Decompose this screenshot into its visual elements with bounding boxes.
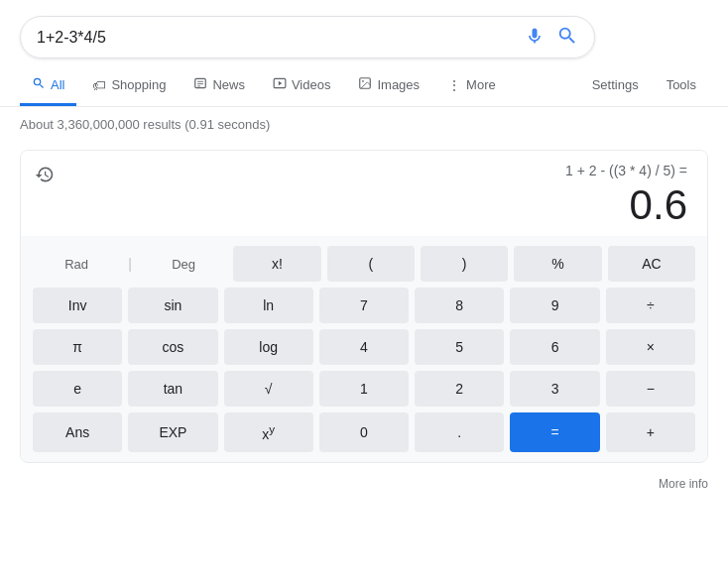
calc-expression: 1 + 2 - ((3 * 4) / 5) = bbox=[37, 163, 691, 178]
btn-8[interactable]: 8 bbox=[415, 288, 504, 323]
btn-ac[interactable]: AC bbox=[608, 246, 695, 282]
btn-power[interactable]: xy bbox=[224, 412, 313, 452]
btn-deg[interactable]: Deg bbox=[140, 246, 227, 282]
nav-tabs: All 🏷 Shopping News Videos Images ⋮ More… bbox=[0, 58, 728, 107]
calc-row-5: Ans EXP xy 0 . = + bbox=[33, 412, 695, 452]
btn-log[interactable]: log bbox=[224, 329, 313, 365]
search-bar-container bbox=[0, 0, 728, 58]
btn-e[interactable]: e bbox=[33, 371, 122, 407]
shopping-icon: 🏷 bbox=[92, 77, 106, 93]
btn-7[interactable]: 7 bbox=[319, 288, 409, 323]
tab-shopping-label: Shopping bbox=[111, 77, 166, 92]
btn-ln[interactable]: ln bbox=[224, 288, 313, 323]
btn-3[interactable]: 3 bbox=[510, 371, 599, 407]
btn-pi[interactable]: π bbox=[33, 329, 122, 365]
videos-icon bbox=[273, 76, 287, 93]
tab-more[interactable]: ⋮ More bbox=[435, 67, 508, 106]
search-icons bbox=[525, 25, 578, 50]
images-icon bbox=[358, 76, 372, 93]
tab-tools-label: Tools bbox=[667, 77, 696, 92]
btn-divide[interactable]: ÷ bbox=[606, 288, 695, 323]
results-count: About 3,360,000,000 results (0.91 second… bbox=[0, 107, 728, 142]
mic-icon[interactable] bbox=[525, 26, 545, 49]
calc-buttons: Rad | Deg x! ( ) % AC Inv sin ln 7 8 9 ÷… bbox=[21, 236, 707, 462]
calc-result: 0.6 bbox=[37, 182, 691, 228]
tab-all-label: All bbox=[51, 77, 64, 92]
tab-all[interactable]: All bbox=[20, 66, 76, 106]
btn-equals[interactable]: = bbox=[510, 412, 599, 452]
calc-row-3: π cos log 4 5 6 × bbox=[33, 329, 695, 365]
btn-1[interactable]: 1 bbox=[319, 371, 409, 407]
btn-subtract[interactable]: − bbox=[606, 371, 695, 407]
btn-factorial[interactable]: x! bbox=[233, 246, 320, 282]
search-icon[interactable] bbox=[556, 25, 578, 50]
tab-videos-label: Videos bbox=[292, 77, 331, 92]
btn-2[interactable]: 2 bbox=[415, 371, 504, 407]
tab-news-label: News bbox=[212, 77, 245, 92]
tab-news[interactable]: News bbox=[182, 66, 257, 106]
more-info: More info bbox=[0, 471, 728, 499]
tab-videos[interactable]: Videos bbox=[261, 66, 343, 106]
tab-settings-label: Settings bbox=[592, 77, 639, 92]
calculator-card: 1 + 2 - ((3 * 4) / 5) = 0.6 Rad | Deg x!… bbox=[20, 150, 708, 463]
btn-0[interactable]: 0 bbox=[319, 412, 409, 452]
btn-multiply[interactable]: × bbox=[606, 329, 695, 365]
btn-sin[interactable]: sin bbox=[128, 288, 217, 323]
tab-images-label: Images bbox=[377, 77, 420, 92]
calc-display: 1 + 2 - ((3 * 4) / 5) = 0.6 bbox=[21, 151, 707, 236]
btn-percent[interactable]: % bbox=[514, 246, 601, 282]
btn-open-paren[interactable]: ( bbox=[327, 246, 415, 282]
tab-more-label: More bbox=[466, 77, 496, 92]
btn-inv[interactable]: Inv bbox=[33, 288, 122, 323]
svg-point-7 bbox=[363, 80, 365, 82]
calc-row-2: Inv sin ln 7 8 9 ÷ bbox=[33, 288, 695, 323]
search-input[interactable] bbox=[37, 29, 525, 47]
btn-exp[interactable]: EXP bbox=[128, 412, 217, 452]
tab-images[interactable]: Images bbox=[346, 66, 431, 106]
btn-6[interactable]: 6 bbox=[510, 329, 599, 365]
btn-5[interactable]: 5 bbox=[415, 329, 504, 365]
news-icon bbox=[193, 76, 207, 93]
mode-separator: | bbox=[126, 246, 134, 282]
tab-settings[interactable]: Settings bbox=[580, 67, 651, 105]
more-info-link[interactable]: More info bbox=[659, 477, 708, 491]
btn-9[interactable]: 9 bbox=[510, 288, 599, 323]
search-bar bbox=[20, 16, 595, 58]
calc-row-1: Rad | Deg x! ( ) % AC bbox=[33, 246, 695, 282]
btn-tan[interactable]: tan bbox=[128, 371, 217, 407]
btn-cos[interactable]: cos bbox=[128, 329, 217, 365]
svg-marker-5 bbox=[279, 81, 283, 86]
calc-row-4: e tan √ 1 2 3 − bbox=[33, 371, 695, 407]
tab-shopping[interactable]: 🏷 Shopping bbox=[80, 67, 178, 106]
btn-close-paren[interactable]: ) bbox=[421, 246, 508, 282]
all-icon bbox=[32, 76, 46, 93]
btn-rad[interactable]: Rad bbox=[33, 246, 120, 282]
btn-sqrt[interactable]: √ bbox=[224, 371, 313, 407]
more-icon: ⋮ bbox=[447, 77, 461, 93]
btn-ans[interactable]: Ans bbox=[33, 412, 122, 452]
btn-add[interactable]: + bbox=[606, 412, 695, 452]
tab-tools[interactable]: Tools bbox=[655, 67, 708, 105]
btn-4[interactable]: 4 bbox=[319, 329, 409, 365]
btn-decimal[interactable]: . bbox=[415, 412, 504, 452]
history-icon[interactable] bbox=[35, 165, 55, 189]
